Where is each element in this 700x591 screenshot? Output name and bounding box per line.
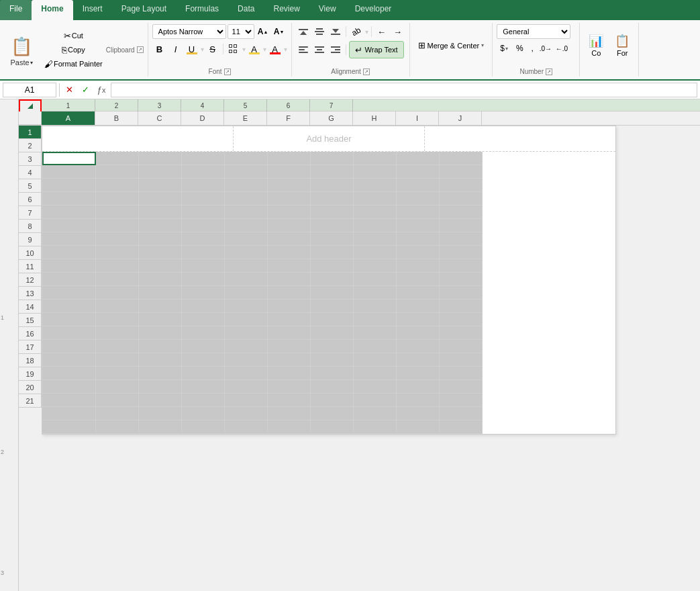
align-top-button[interactable]: [296, 24, 311, 39]
row-num-18[interactable]: 18: [19, 354, 42, 367]
font-color-button[interactable]: A: [268, 42, 283, 56]
cell-J1[interactable]: [440, 152, 483, 165]
number-expand[interactable]: ↗: [546, 69, 552, 75]
col-header-J[interactable]: J: [439, 111, 482, 125]
row-num-8[interactable]: 8: [19, 220, 42, 233]
indent-increase-button[interactable]: →: [391, 24, 405, 39]
col-header-G[interactable]: G: [310, 111, 353, 125]
row-num-17[interactable]: 17: [19, 340, 42, 354]
font-expand[interactable]: ↗: [224, 69, 231, 75]
format-as-table-button[interactable]: 📋 For: [610, 27, 634, 64]
tab-view[interactable]: View: [309, 0, 346, 20]
row-num-6[interactable]: 6: [19, 193, 42, 206]
currency-dropdown[interactable]: ▾: [505, 46, 508, 52]
header-left[interactable]: [42, 126, 234, 151]
cell-D1[interactable]: [182, 152, 225, 165]
bold-button[interactable]: B: [152, 42, 167, 56]
row-num-13[interactable]: 13: [19, 287, 42, 300]
fill-color-dropdown[interactable]: ▾: [263, 46, 266, 53]
row-num-20[interactable]: 20: [19, 381, 42, 394]
header-right[interactable]: [425, 126, 615, 151]
percent-button[interactable]: %: [513, 41, 527, 56]
cell-C1[interactable]: [139, 152, 182, 165]
col-header-H[interactable]: H: [353, 111, 396, 125]
copy-button[interactable]: ⎘ Copy: [41, 43, 106, 56]
row-num-16[interactable]: 16: [19, 327, 42, 340]
select-all-button[interactable]: [19, 99, 42, 113]
col-header-B[interactable]: B: [95, 111, 138, 125]
decimal-increase-button[interactable]: .0→: [538, 41, 553, 56]
increase-font-button[interactable]: A▲: [256, 24, 270, 39]
row-num-1[interactable]: 1: [19, 126, 42, 139]
col-header-D[interactable]: D: [181, 111, 224, 125]
currency-button[interactable]: $ ▾: [497, 41, 511, 56]
formula-insert-function-button[interactable]: ƒx: [95, 83, 108, 97]
formula-input[interactable]: [111, 83, 697, 97]
alignment-expand[interactable]: ↗: [363, 69, 370, 75]
decimal-decrease-button[interactable]: ←.0: [554, 41, 569, 56]
fill-color-button[interactable]: A: [247, 42, 262, 56]
cell-G1[interactable]: [311, 152, 354, 165]
formula-confirm-button[interactable]: ✓: [79, 83, 92, 97]
col-header-I[interactable]: I: [396, 111, 439, 125]
cell-A1[interactable]: [42, 152, 96, 165]
align-bottom-button[interactable]: [328, 24, 343, 39]
col-header-F[interactable]: F: [267, 111, 310, 125]
cell-B1[interactable]: [96, 152, 139, 165]
font-color-dropdown[interactable]: ▾: [284, 46, 287, 53]
cut-button[interactable]: ✂ Cut: [41, 29, 106, 42]
indent-decrease-button[interactable]: ←: [374, 24, 389, 39]
tab-page-layout[interactable]: Page Layout: [112, 0, 176, 20]
underline-button[interactable]: U: [185, 42, 199, 56]
row-num-9[interactable]: 9: [19, 233, 42, 246]
italic-button[interactable]: I: [168, 42, 183, 56]
tab-home[interactable]: Home: [32, 0, 72, 20]
cell-H1[interactable]: [354, 152, 397, 165]
paste-dropdown-arrow[interactable]: ▾: [30, 60, 33, 66]
row-num-10[interactable]: 10: [19, 246, 42, 260]
row-num-19[interactable]: 19: [19, 367, 42, 381]
orientation-dropdown[interactable]: ▾: [365, 28, 368, 36]
orientation-button[interactable]: ab: [349, 24, 364, 39]
clipboard-expand[interactable]: ↗: [137, 46, 144, 53]
name-box[interactable]: [3, 83, 56, 97]
strikethrough-button[interactable]: S: [205, 42, 220, 56]
paste-button[interactable]: 📋 Paste ▾: [4, 31, 39, 69]
merge-dropdown[interactable]: ▾: [481, 42, 484, 48]
wrap-text-button[interactable]: ↵ Wrap Text: [349, 41, 404, 58]
decrease-font-button[interactable]: A▼: [272, 24, 287, 39]
align-left-button[interactable]: [296, 42, 311, 57]
row-num-4[interactable]: 4: [19, 166, 42, 179]
header-center[interactable]: Add header: [234, 126, 425, 151]
font-name-select[interactable]: Aptos Narrow: [152, 24, 226, 39]
tab-formulas[interactable]: Formulas: [176, 0, 228, 20]
font-size-select[interactable]: 11: [228, 24, 254, 39]
col-header-E[interactable]: E: [224, 111, 267, 125]
align-middle-button[interactable]: [312, 24, 327, 39]
row-num-2[interactable]: 2: [19, 139, 42, 152]
cell-F1[interactable]: [268, 152, 311, 165]
row-num-15[interactable]: 15: [19, 314, 42, 327]
tab-review[interactable]: Review: [264, 0, 309, 20]
row-num-12[interactable]: 12: [19, 273, 42, 287]
comma-button[interactable]: ,: [528, 41, 537, 56]
tab-developer[interactable]: Developer: [346, 0, 401, 20]
row-num-11[interactable]: 11: [19, 260, 42, 273]
formula-cancel-button[interactable]: ✕: [62, 83, 76, 97]
number-format-select[interactable]: General: [497, 24, 570, 39]
borders-dropdown[interactable]: ▾: [242, 46, 246, 53]
conditional-format-button[interactable]: 📊 Co: [584, 27, 608, 64]
align-right-button[interactable]: [328, 42, 343, 57]
format-painter-button[interactable]: 🖌 Format Painter: [41, 57, 106, 71]
row-num-14[interactable]: 14: [19, 300, 42, 314]
cell-I1[interactable]: [397, 152, 440, 165]
merge-center-button[interactable]: ⊞ Merge & Center ▾: [414, 38, 489, 53]
col-header-A[interactable]: A: [42, 111, 95, 125]
row-num-21[interactable]: 21: [19, 394, 42, 408]
cell-A2[interactable]: [42, 165, 96, 179]
col-header-C[interactable]: C: [138, 111, 181, 125]
tab-data[interactable]: Data: [228, 0, 264, 20]
tab-insert[interactable]: Insert: [73, 0, 112, 20]
row-num-3[interactable]: 3: [19, 152, 42, 166]
row-num-5[interactable]: 5: [19, 179, 42, 193]
